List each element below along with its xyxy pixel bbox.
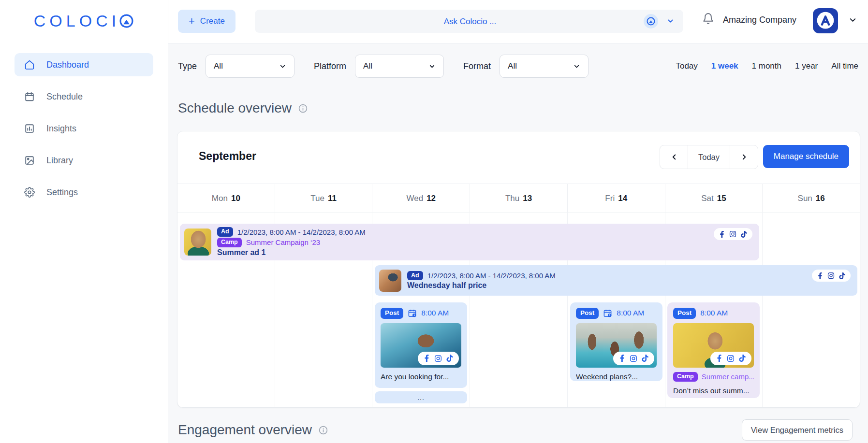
day-header-sat: Sat15 xyxy=(665,184,763,213)
event-thumbnail xyxy=(379,270,401,292)
campaign-badge: Camp xyxy=(217,238,242,247)
day-header-wed: Wed12 xyxy=(372,184,470,213)
tiktok-icon xyxy=(642,355,648,362)
platform-icons-pill xyxy=(812,270,851,282)
post-card-friday[interactable]: Post 8:00 AM Weekend plans?... xyxy=(570,302,662,381)
sidebar-nav: Dashboard Schedule Insights Library Sett… xyxy=(15,53,153,204)
post-card-saturday[interactable]: Post 8:00 AM Camp Summer camp... Don’t m… xyxy=(667,302,760,398)
engagement-overview-section: Engagement overview View Engagement metr… xyxy=(178,419,853,441)
calendar-next-button[interactable] xyxy=(730,145,758,169)
chevron-down-icon xyxy=(573,63,580,70)
sidebar-item-label: Insights xyxy=(46,124,76,134)
platform-icons-pill xyxy=(714,228,752,240)
post-image xyxy=(576,323,657,368)
sidebar-item-schedule[interactable]: Schedule xyxy=(15,85,153,108)
tiktok-icon xyxy=(739,355,746,362)
tiktok-icon xyxy=(839,272,845,279)
instagram-icon xyxy=(630,355,637,362)
range-1-week[interactable]: 1 week xyxy=(711,61,738,71)
platform-icons-pill xyxy=(418,352,459,365)
create-button-label: Create xyxy=(200,16,225,26)
engagement-overview-title: Engagement overview xyxy=(178,422,312,438)
range-1-year[interactable]: 1 year xyxy=(795,61,818,71)
ask-colocio-input[interactable] xyxy=(255,10,685,34)
calendar-column[interactable] xyxy=(762,212,860,407)
day-header-thu: Thu13 xyxy=(470,184,567,213)
range-1-month[interactable]: 1 month xyxy=(752,61,781,71)
sidebar-item-library[interactable]: Library xyxy=(15,149,153,172)
ad-badge: Ad xyxy=(407,271,423,281)
platform-filter-label: Platform xyxy=(314,61,346,71)
facebook-icon xyxy=(424,355,430,362)
ad-badge: Ad xyxy=(217,227,233,237)
platform-icons-pill xyxy=(710,352,751,365)
range-all-time[interactable]: All time xyxy=(831,61,858,71)
platform-filter-value: All xyxy=(363,61,372,71)
campaign-name: Summer Campaign ‘23 xyxy=(246,238,320,246)
facebook-icon xyxy=(719,231,725,238)
chevron-down-icon xyxy=(428,63,436,70)
post-time: 8:00 AM xyxy=(617,309,644,317)
sidebar-item-dashboard[interactable]: Dashboard xyxy=(15,53,153,76)
event-date-range: 1/2/2023, 8:00 AM - 14/2/2023, 8:00 AM xyxy=(427,272,556,280)
sidebar-item-insights[interactable]: Insights xyxy=(15,117,153,140)
create-button[interactable]: + Create xyxy=(178,10,235,33)
calendar-clock-icon xyxy=(408,309,417,318)
schedule-calendar-card: September Today Manage schedule Mon10 Tu… xyxy=(177,131,860,408)
sidebar-item-label: Dashboard xyxy=(46,60,89,70)
colocio-assistant-icon[interactable] xyxy=(644,14,658,29)
bar-chart-icon xyxy=(24,123,35,134)
post-caption: Weekend plans?... xyxy=(576,372,657,381)
image-icon xyxy=(24,155,35,166)
chevron-down-icon xyxy=(279,63,286,70)
range-today[interactable]: Today xyxy=(676,61,697,71)
notifications-bell-icon[interactable] xyxy=(702,13,714,25)
calendar-today-button[interactable]: Today xyxy=(688,145,730,169)
campaign-name: Summer camp... xyxy=(702,372,754,381)
info-icon[interactable] xyxy=(318,425,328,435)
type-filter-select[interactable]: All xyxy=(206,55,294,78)
event-date-range: 1/2/2023, 8:00 AM - 14/2/2023, 8:00 AM xyxy=(237,228,366,236)
sidebar-item-settings[interactable]: Settings xyxy=(15,181,153,204)
post-time: 8:00 AM xyxy=(700,309,728,317)
post-card-wednesday[interactable]: Post 8:00 AM Are you looking for... xyxy=(375,302,467,388)
view-engagement-metrics-button[interactable]: View Engagement metrics xyxy=(742,419,853,441)
account-chevron-down-icon[interactable] xyxy=(848,15,857,25)
ad-event-summer-ad-1[interactable]: Ad 1/2/2023, 8:00 AM - 14/2/2023, 8:00 A… xyxy=(180,224,759,260)
manage-schedule-button[interactable]: Manage schedule xyxy=(763,145,849,168)
campaign-badge: Camp xyxy=(673,372,698,382)
post-badge: Post xyxy=(576,308,599,319)
chevron-left-icon xyxy=(670,153,678,161)
facebook-icon xyxy=(619,355,625,362)
brand-logo: COLOCI xyxy=(0,12,168,30)
facebook-icon xyxy=(716,355,722,362)
time-range-tabs: Today 1 week 1 month 1 year All time xyxy=(676,61,858,71)
calendar-icon xyxy=(24,91,35,102)
post-time: 8:00 AM xyxy=(421,309,449,317)
home-icon xyxy=(24,59,35,70)
main-content: Type All Platform All Format All Today 1… xyxy=(168,43,868,443)
tiktok-icon xyxy=(741,231,747,238)
calendar-day-header-row: Mon10 Tue11 Wed12 Thu13 Fri14 Sat15 Sun1… xyxy=(177,184,860,213)
calendar-prev-button[interactable] xyxy=(660,145,688,169)
type-filter-value: All xyxy=(214,61,223,71)
schedule-overview-heading: Schedule overview xyxy=(178,100,308,116)
chevron-down-icon[interactable] xyxy=(666,17,675,25)
event-title: Wednesday half price xyxy=(407,281,486,290)
brand-logo-text: COLOCI xyxy=(34,12,120,30)
filter-bar: Type All Platform All Format All Today 1… xyxy=(178,55,858,78)
event-thumbnail xyxy=(184,229,211,256)
more-posts-pill[interactable]: ... xyxy=(375,391,467,403)
company-name[interactable]: Amazing Company xyxy=(723,15,796,25)
format-filter-select[interactable]: All xyxy=(500,55,588,78)
company-avatar[interactable] xyxy=(813,8,838,33)
ask-colocio-search xyxy=(255,10,683,33)
topbar: + Create Amazing Company xyxy=(168,0,868,43)
ad-event-wednesday-half-price[interactable]: Ad 1/2/2023, 8:00 AM - 14/2/2023, 8:00 A… xyxy=(375,265,857,296)
info-icon[interactable] xyxy=(298,103,308,114)
post-image xyxy=(673,323,754,368)
type-filter-label: Type xyxy=(178,61,197,71)
facebook-icon xyxy=(817,272,823,279)
chevron-right-icon xyxy=(740,153,749,161)
platform-filter-select[interactable]: All xyxy=(355,55,444,78)
